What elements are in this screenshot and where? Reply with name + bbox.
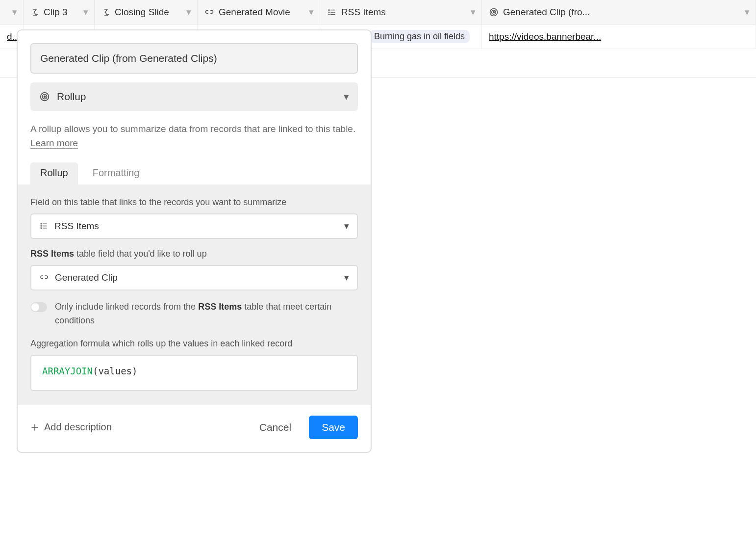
link-icon <box>204 8 214 17</box>
column-header-clip3[interactable]: Clip 3 ▾ <box>24 0 95 24</box>
field-config-popover: Rollup ▾ A rollup allows you to summariz… <box>17 29 372 78</box>
list-icon <box>327 8 337 17</box>
column-label: Generated Clip (fro... <box>503 7 740 18</box>
cell-url: https://videos.bannerbear... <box>489 31 601 42</box>
svg-point-6 <box>328 12 329 13</box>
svg-point-1 <box>107 14 109 15</box>
column-label: Closing Slide <box>115 7 182 18</box>
column-header-closing[interactable]: Closing Slide ▾ <box>95 0 198 24</box>
column-header-genmovie[interactable]: Generated Movie ▾ <box>198 0 320 24</box>
formula-icon <box>30 8 39 17</box>
chevron-down-icon: ▾ <box>745 6 750 18</box>
svg-point-5 <box>328 9 329 10</box>
chevron-down-icon: ▾ <box>471 6 476 18</box>
chevron-down-icon: ▾ <box>186 6 191 18</box>
column-label: Generated Movie <box>219 7 304 18</box>
chevron-down-icon: ▾ <box>309 6 314 18</box>
linked-record-pill[interactable]: Burning gas in oil fields <box>369 30 470 43</box>
svg-point-0 <box>36 14 38 15</box>
column-headers: ▾ Clip 3 ▾ Closing Slide ▾ Generated Mov… <box>0 0 756 25</box>
field-name-input[interactable] <box>30 43 358 74</box>
cell-genclip[interactable]: https://videos.bannerbear... <box>482 25 756 49</box>
rollup-icon <box>489 7 499 17</box>
column-header-rss[interactable]: RSS Items ▾ <box>320 0 482 24</box>
column-label: Clip 3 <box>44 7 79 18</box>
svg-point-7 <box>328 14 329 15</box>
column-header-genclip[interactable]: Generated Clip (fro... ▾ <box>482 0 756 24</box>
chevron-down-icon: ▾ <box>12 6 17 18</box>
column-header-prev[interactable]: ▾ <box>0 0 24 24</box>
formula-icon <box>101 8 110 17</box>
svg-point-10 <box>493 11 495 13</box>
column-label: RSS Items <box>341 7 466 18</box>
chevron-down-icon: ▾ <box>83 6 88 18</box>
